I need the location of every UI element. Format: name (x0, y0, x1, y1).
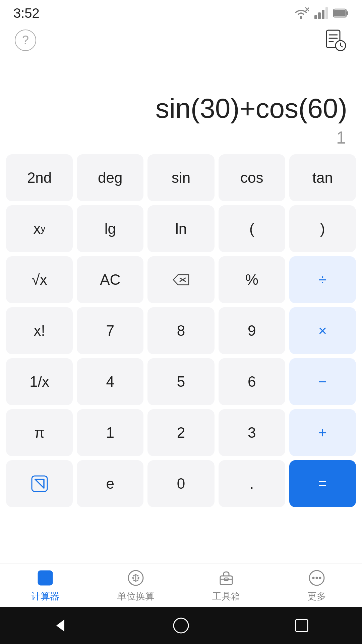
back-button[interactable] (52, 617, 69, 634)
key-tan[interactable]: tan (289, 154, 356, 201)
key-ln[interactable]: ln (147, 205, 214, 252)
key-divide[interactable]: ÷ (289, 256, 356, 303)
key-5[interactable]: 5 (147, 358, 214, 405)
key-9[interactable]: 9 (219, 307, 285, 354)
svg-rect-25 (40, 582, 44, 584)
status-bar: 3:52 (0, 0, 362, 23)
key-row-5: π123+ (6, 409, 356, 456)
svg-rect-4 (322, 10, 324, 19)
nav-tools[interactable]: 工具箱 (203, 569, 250, 603)
key-0[interactable]: 0 (147, 460, 214, 507)
nav-tools-label: 工具箱 (212, 590, 240, 603)
key-equals[interactable]: = (289, 460, 356, 507)
key-lparen[interactable]: ( (219, 205, 285, 252)
svg-rect-7 (347, 11, 348, 15)
svg-rect-22 (46, 573, 50, 576)
key-multiply[interactable]: × (289, 307, 356, 354)
key-row-1: xylgln() (6, 205, 356, 252)
top-bar: ? (0, 23, 362, 54)
key-deg[interactable]: deg (77, 154, 143, 201)
key-6[interactable]: 6 (219, 358, 285, 405)
svg-rect-23 (40, 578, 44, 580)
status-icons (293, 7, 349, 19)
key-1[interactable]: 1 (77, 409, 143, 456)
key-row-3: x!789× (6, 307, 356, 354)
tools-icon (217, 569, 236, 587)
svg-rect-26 (46, 582, 50, 584)
nav-more-label: 更多 (307, 590, 326, 603)
key-row-4: 1/x456− (6, 358, 356, 405)
key-row-2: √xAC%÷ (6, 256, 356, 303)
result-display: 1 (336, 127, 347, 148)
key-2[interactable]: 2 (147, 409, 214, 456)
key-sqrt[interactable]: √x (6, 256, 73, 303)
nav-calculator[interactable]: 计算器 (22, 569, 69, 603)
key-backspace[interactable] (147, 256, 214, 303)
svg-rect-8 (334, 10, 346, 16)
key-4[interactable]: 4 (77, 358, 143, 405)
svg-point-35 (319, 577, 321, 579)
key-percent[interactable]: % (219, 256, 285, 303)
svg-line-19 (35, 479, 44, 488)
system-nav-bar (0, 607, 362, 644)
key-row-0: 2nddegsincostan (6, 154, 356, 201)
key-reciprocal[interactable]: 1/x (6, 358, 73, 405)
svg-rect-2 (314, 15, 317, 19)
key-power[interactable]: xy (6, 205, 73, 252)
help-button[interactable]: ? (15, 30, 36, 51)
keypad: 2nddegsincostanxylgln()√xAC%÷x!789×1/x45… (0, 148, 362, 507)
more-icon (307, 569, 326, 587)
signal-icon (314, 7, 328, 19)
expression-display: sin(30)+cos(60) (156, 93, 347, 124)
nav-more[interactable]: 更多 (293, 569, 340, 603)
key-minus[interactable]: − (289, 358, 356, 405)
nav-calculator-label: 计算器 (31, 590, 59, 603)
key-3[interactable]: 3 (219, 409, 285, 456)
key-2nd[interactable]: 2nd (6, 154, 73, 201)
key-lg[interactable]: lg (77, 205, 143, 252)
battery-icon (333, 8, 349, 18)
key-factorial[interactable]: x! (6, 307, 73, 354)
key-7[interactable]: 7 (77, 307, 143, 354)
svg-point-34 (316, 577, 318, 579)
svg-rect-24 (46, 578, 50, 580)
key-pi[interactable]: π (6, 409, 73, 456)
home-button[interactable] (172, 617, 190, 634)
bottom-nav: 计算器 单位换算 工具箱 (0, 564, 362, 607)
nav-unit[interactable]: 单位换算 (112, 569, 159, 603)
recents-button[interactable] (293, 617, 310, 634)
svg-rect-3 (318, 12, 321, 19)
nav-unit-label: 单位换算 (117, 590, 155, 603)
key-sin[interactable]: sin (147, 154, 214, 201)
key-rparen[interactable]: ) (289, 205, 356, 252)
key-ac[interactable]: AC (77, 256, 143, 303)
history-button[interactable] (323, 28, 347, 52)
status-time: 3:52 (13, 6, 40, 21)
svg-rect-38 (296, 620, 308, 632)
key-plus[interactable]: + (289, 409, 356, 456)
key-8[interactable]: 8 (147, 307, 214, 354)
svg-marker-36 (56, 620, 64, 632)
key-row-6: e0.= (6, 460, 356, 507)
unit-icon (126, 569, 145, 587)
history-icon (324, 29, 347, 52)
svg-point-37 (174, 618, 188, 633)
wifi-icon (293, 7, 309, 19)
key-cos[interactable]: cos (219, 154, 285, 201)
question-icon: ? (22, 33, 29, 47)
svg-rect-5 (325, 7, 328, 19)
key-e[interactable]: e (77, 460, 143, 507)
svg-point-33 (312, 577, 315, 579)
display-area: sin(30)+cos(60) 1 (0, 54, 362, 148)
key-arrow[interactable] (6, 460, 73, 507)
calculator-icon (36, 569, 55, 587)
svg-rect-21 (40, 573, 44, 576)
key-dot[interactable]: . (219, 460, 285, 507)
